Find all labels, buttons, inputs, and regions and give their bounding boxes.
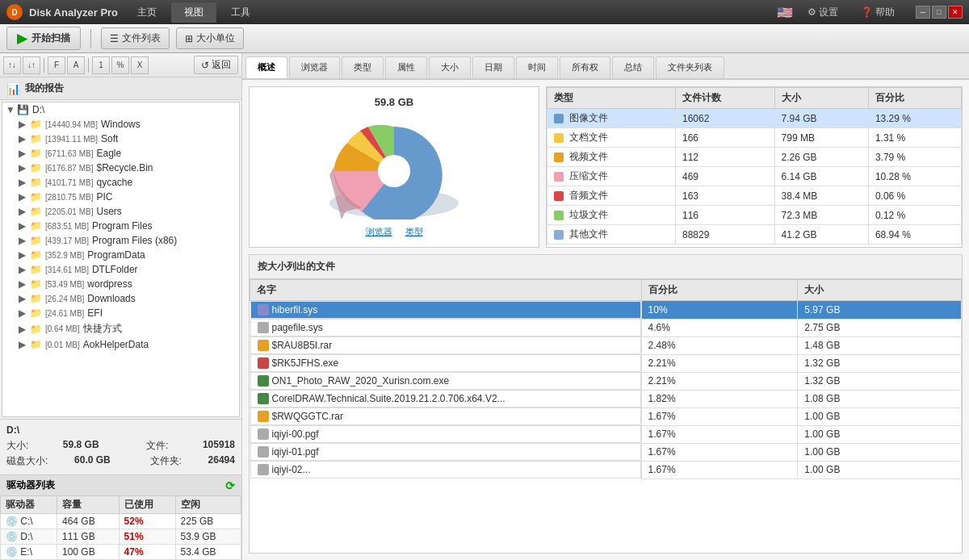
tab-文件夹列表[interactable]: 文件夹列表	[656, 56, 724, 78]
drive-used: 51%	[119, 529, 175, 545]
file-row[interactable]: iqiyi-00.pgf 1.67% 1.00 GB	[250, 425, 962, 443]
tree-toggle[interactable]: ▶	[19, 339, 30, 350]
type-row[interactable]: 垃圾文件 116 72.3 MB 0.12 %	[547, 206, 962, 225]
tree-size: [4101.71 MB]	[45, 178, 93, 187]
tree-item[interactable]: ▶ 📁 [0.01 MB] AokHelperData	[2, 337, 239, 352]
file-list-button[interactable]: ☰ 文件列表	[101, 27, 170, 49]
maximize-button[interactable]: □	[932, 6, 946, 19]
type-row[interactable]: 音频文件 163 38.4 MB 0.06 %	[547, 186, 962, 206]
tree-item[interactable]: ▶ 📁 [6711.63 MB] Eagle	[2, 146, 239, 161]
tree-item[interactable]: ▶ 📁 [26.24 MB] Downloads	[2, 291, 239, 306]
tab-总结[interactable]: 总结	[612, 56, 654, 78]
tree-item[interactable]: ▶ 📁 [2810.75 MB] PIC	[2, 190, 239, 204]
tree-toggle[interactable]: ▶	[19, 220, 30, 232]
settings-button[interactable]: ⚙ 设置	[799, 3, 846, 22]
browser-link[interactable]: 浏览器	[366, 226, 392, 238]
size-unit-button[interactable]: ⊞ 大小单位	[176, 27, 244, 49]
file-row[interactable]: $RAU8B5I.rar 2.48% 1.48 GB	[250, 336, 962, 354]
file-row[interactable]: pagefile.sys 4.6% 2.75 GB	[250, 319, 962, 336]
drive-row[interactable]: 💿 C:\ 464 GB 52% 225 GB	[1, 514, 241, 529]
tree-toggle[interactable]: ▶	[19, 191, 30, 203]
files-table-wrap[interactable]: 名字 百分比 大小 hiberfil.sys 10% 5.97 GB pagef…	[250, 279, 962, 553]
file-row[interactable]: iqiyi-01.pgf 1.67% 1.00 GB	[250, 443, 962, 461]
tree-size: [0.01 MB]	[45, 341, 80, 349]
tree-toggle[interactable]: ▶	[19, 148, 30, 159]
tree-item[interactable]: ▶ 📁 [2205.01 MB] Users	[2, 204, 239, 219]
drive-row[interactable]: 💿 D:\ 111 GB 51% 53.9 GB	[1, 529, 241, 545]
tree-item[interactable]: ▶ 📁 [0.64 MB] 快捷方式	[2, 320, 239, 337]
minimize-button[interactable]: ─	[916, 6, 930, 19]
file-row[interactable]: hiberfil.sys 10% 5.97 GB	[250, 301, 962, 320]
refresh-icon[interactable]: ⟳	[225, 479, 235, 492]
file-col-size: 大小	[798, 280, 962, 301]
tree-toggle[interactable]: ▶	[19, 177, 30, 188]
type-row[interactable]: 图像文件 16062 7.94 GB 13.29 %	[547, 109, 962, 128]
tree-toggle[interactable]: ▶	[19, 133, 30, 144]
tree-item[interactable]: ▶ 📁 [314.61 MB] DTLFolder	[2, 262, 239, 277]
tab-概述[interactable]: 概述	[245, 56, 287, 78]
file-tree[interactable]: ▼ 💾 D:\ ▶ 📁 [14440.94 MB] Windows ▶ 📁 [1…	[2, 102, 240, 417]
tree-item[interactable]: ▶ 📁 [6176.87 MB] $Recycle.Bin	[2, 161, 239, 175]
type-row[interactable]: 压缩文件 469 6.14 GB 10.28 %	[547, 167, 962, 186]
tree-toggle[interactable]: ▶	[19, 235, 30, 246]
tree-toggle[interactable]: ▶	[19, 293, 30, 304]
sort-desc-button[interactable]: ↓↑	[23, 56, 40, 74]
tab-日期[interactable]: 日期	[472, 56, 514, 78]
tree-toggle[interactable]: ▶	[19, 206, 30, 217]
tree-toggle-root[interactable]: ▼	[6, 104, 17, 115]
nav-tools[interactable]: 工具	[218, 2, 263, 23]
file-row[interactable]: $RWQGGTC.rar 1.67% 1.00 GB	[250, 407, 962, 425]
tree-item[interactable]: ▶ 📁 [683.51 MB] Program Files	[2, 219, 239, 233]
file-pct: 1.82%	[641, 390, 798, 407]
type-row[interactable]: 其他文件 88829 41.2 GB 68.94 %	[547, 225, 962, 244]
tree-item[interactable]: ▶ 📁 [24.61 MB] EFI	[2, 306, 239, 320]
nav-home[interactable]: 主页	[124, 2, 170, 23]
svg-point-1	[378, 155, 410, 187]
tab-属性[interactable]: 属性	[385, 56, 427, 78]
filter-1-button[interactable]: 1	[92, 56, 110, 74]
title-bar-right: 🇺🇸 ⚙ 设置 ❓ 帮助 ─ □ ✕	[777, 3, 963, 22]
tree-size: [0.64 MB]	[45, 324, 80, 333]
type-link[interactable]: 类型	[405, 226, 423, 238]
tree-item[interactable]: ▶ 📁 [14440.94 MB] Windows	[2, 117, 239, 132]
tree-toggle[interactable]: ▶	[19, 278, 30, 290]
back-button[interactable]: ↺ 返回	[194, 56, 238, 74]
tree-item[interactable]: ▶ 📁 [4101.71 MB] qycache	[2, 175, 239, 190]
drive-row[interactable]: 💿 E:\ 100 GB 47% 53.4 GB	[1, 545, 241, 560]
tree-item[interactable]: ▶ 📁 [352.9 MB] ProgramData	[2, 248, 239, 262]
tab-浏览器[interactable]: 浏览器	[289, 56, 340, 78]
file-row[interactable]: iqiyi-02... 1.67% 1.00 GB	[250, 461, 962, 479]
filter-f-button[interactable]: F	[48, 56, 65, 74]
tree-toggle[interactable]: ▶	[19, 307, 30, 319]
tab-类型[interactable]: 类型	[342, 56, 384, 78]
tree-toggle[interactable]: ▶	[19, 264, 30, 275]
tree-root[interactable]: ▼ 💾 D:\	[2, 102, 239, 117]
file-row[interactable]: $RK5JFHS.exe 2.21% 1.32 GB	[250, 354, 962, 372]
type-count: 163	[676, 186, 775, 206]
type-row[interactable]: 文档文件 166 799 MB 1.31 %	[547, 128, 962, 148]
drive-icon-small: 💿	[6, 516, 18, 527]
tab-所有权[interactable]: 所有权	[560, 56, 610, 78]
filter-pct-button[interactable]: %	[111, 56, 129, 74]
tab-时间[interactable]: 时间	[516, 56, 558, 78]
type-row[interactable]: 视频文件 112 2.26 GB 3.79 %	[547, 148, 962, 167]
sort-asc-button[interactable]: ↑↓	[3, 56, 21, 74]
tree-toggle[interactable]: ▶	[19, 119, 30, 130]
file-row[interactable]: ON1_Photo_RAW_2020_Xurisn.com.exe 2.21% …	[250, 372, 962, 390]
filter-a-button[interactable]: A	[67, 56, 85, 74]
tree-toggle[interactable]: ▶	[19, 324, 30, 335]
tree-item[interactable]: ▶ 📁 [53.49 MB] wordpress	[2, 277, 239, 291]
tree-item[interactable]: ▶ 📁 [13941.11 MB] Soft	[2, 132, 239, 146]
file-row[interactable]: CorelDRAW.Technical.Suite.2019.21.2.0.70…	[250, 390, 962, 407]
nav-view[interactable]: 视图	[171, 2, 216, 23]
filter-x-button[interactable]: X	[131, 56, 149, 74]
tree-toggle[interactable]: ▶	[19, 249, 30, 261]
close-button[interactable]: ✕	[948, 6, 963, 19]
tree-toggle[interactable]: ▶	[19, 162, 30, 173]
tab-大小[interactable]: 大小	[429, 56, 471, 78]
tree-item[interactable]: ▶ 📁 [439.17 MB] Program Files (x86)	[2, 233, 239, 248]
window-controls: ─ □ ✕	[916, 6, 963, 19]
type-table: 类型 文件计数 大小 百分比 图像文件 16062 7.94 GB 13.29 …	[547, 87, 962, 244]
help-button[interactable]: ❓ 帮助	[853, 3, 903, 22]
start-scan-button[interactable]: ▶ 开始扫描	[6, 27, 81, 50]
